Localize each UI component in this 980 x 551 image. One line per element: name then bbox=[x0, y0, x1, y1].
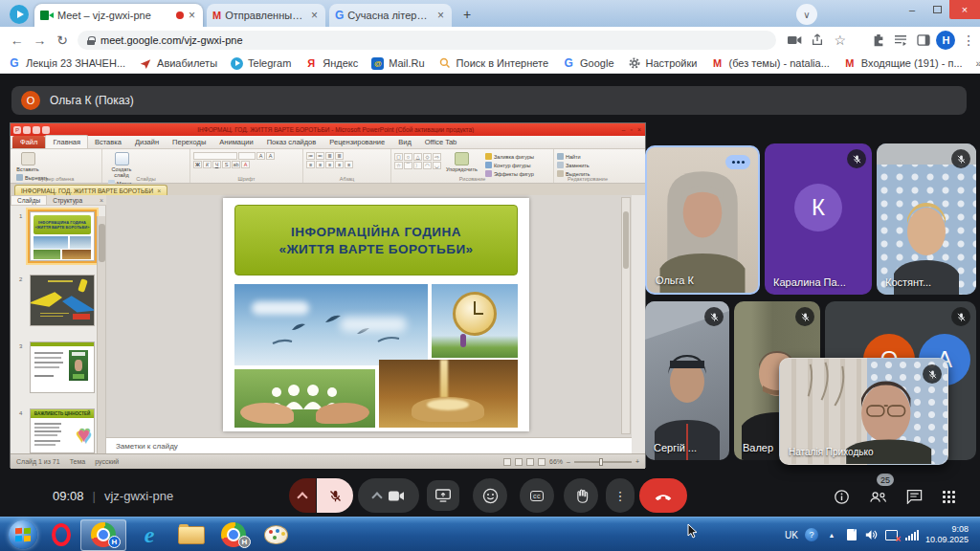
slide-thumbnail-4[interactable]: ВАЖЛИВІСТЬ ЦІННОСТЕЙ ♥ bbox=[30, 408, 95, 453]
zoom-slider[interactable] bbox=[574, 461, 632, 463]
paste-button[interactable]: Вставить bbox=[13, 152, 42, 172]
slide-thumbnail-2[interactable] bbox=[30, 275, 95, 326]
new-tab-button[interactable]: + bbox=[457, 5, 477, 24]
camera-options-chevron[interactable] bbox=[371, 492, 382, 502]
ppt-tab-animations[interactable]: Анимации bbox=[212, 136, 259, 148]
bookmark-item[interactable]: Поиск в Интернете bbox=[438, 56, 548, 70]
ppt-tab-officetab[interactable]: Office Tab bbox=[418, 136, 464, 148]
new-slide-button[interactable]: Создать слайд bbox=[105, 152, 138, 178]
camera-button[interactable] bbox=[358, 478, 419, 513]
participant-tile-serhii[interactable]: Сергій ... bbox=[645, 301, 729, 460]
taskbar-opera[interactable] bbox=[42, 520, 80, 549]
reactions-button[interactable] bbox=[473, 478, 507, 513]
volume-icon[interactable] bbox=[865, 528, 879, 541]
thumbnails-scrollbar[interactable] bbox=[97, 216, 105, 464]
slide-page[interactable]: ІНФОРМАЦІЙНА ГОДИНА «ЖИТТЯ ВАРТЕ БОРОТЬБ… bbox=[223, 198, 529, 431]
view-reading-icon[interactable] bbox=[526, 458, 534, 466]
participant-tile-olga[interactable]: Ольга К bbox=[645, 145, 760, 295]
bookmark-item[interactable]: ЯЯндекс bbox=[304, 56, 358, 70]
extensions-puzzle-icon[interactable] bbox=[867, 29, 890, 52]
doc-tab-close-icon[interactable]: × bbox=[157, 187, 161, 194]
arrange-button[interactable]: Упорядочить bbox=[445, 152, 478, 172]
captions-button[interactable]: cc bbox=[520, 478, 554, 513]
ppt-tab-view[interactable]: Вид bbox=[391, 136, 418, 148]
ppt-tab-review[interactable]: Рецензирование bbox=[323, 136, 391, 148]
taskbar-chrome-2[interactable]: H bbox=[214, 520, 253, 549]
chat-button[interactable] bbox=[902, 484, 926, 509]
ppt-tab-slideshow[interactable]: Показ слайдов bbox=[260, 136, 323, 148]
zoom-out-icon[interactable]: – bbox=[567, 458, 570, 465]
tab-gmail[interactable]: M Отправленные - nataliaprihodk × bbox=[207, 4, 325, 27]
pinned-tab-telegram[interactable] bbox=[10, 5, 29, 24]
zoom-in-icon[interactable]: + bbox=[635, 458, 639, 465]
tab-google-doc[interactable]: G Сучасна література з основ інк × bbox=[329, 4, 452, 27]
quick-access-toolbar[interactable]: P bbox=[13, 126, 50, 134]
bookmark-item[interactable]: MВходящие (191) - п... bbox=[843, 56, 963, 70]
language-indicator[interactable]: UK bbox=[785, 530, 798, 540]
forward-icon[interactable]: → bbox=[29, 33, 52, 48]
find-button[interactable]: Найти bbox=[557, 153, 590, 160]
activities-button[interactable] bbox=[936, 484, 961, 509]
view-normal-icon[interactable] bbox=[503, 458, 511, 466]
tab-close-icon[interactable]: × bbox=[309, 9, 320, 22]
self-view-tile-natalia[interactable]: Наталія Приходько bbox=[779, 358, 948, 465]
signal-icon[interactable] bbox=[905, 528, 919, 541]
pane-tab-outline[interactable]: Структура bbox=[47, 196, 88, 205]
participant-tile-kostiantyn[interactable]: Костянт... bbox=[877, 143, 976, 295]
profile-avatar[interactable]: H bbox=[935, 29, 958, 52]
browser-menu-icon[interactable]: ⋮ bbox=[957, 29, 980, 52]
bookmark-item[interactable]: Настройки bbox=[628, 56, 698, 70]
slide-thumbnail-3[interactable] bbox=[30, 342, 95, 393]
back-icon[interactable]: ← bbox=[6, 33, 29, 48]
pane-tab-slides[interactable]: Слайды bbox=[11, 195, 47, 205]
people-button[interactable] bbox=[865, 484, 890, 509]
ppt-tab-insert[interactable]: Вставка bbox=[88, 136, 128, 148]
slide-thumbnail-1[interactable]: ІНФОРМАЦІЙНА ГОДИНА «ЖИТТЯ ВАРТЕ БОРОТЬБ… bbox=[30, 211, 95, 261]
bookmark-item[interactable]: M(без темы) - natalia... bbox=[710, 56, 829, 70]
share-icon[interactable] bbox=[806, 29, 829, 52]
tab-close-icon[interactable]: × bbox=[435, 9, 446, 22]
notes-panel[interactable]: Заметки к слайду bbox=[106, 437, 632, 453]
window-close-button[interactable]: × bbox=[949, 0, 980, 19]
tab-close-icon[interactable]: × bbox=[187, 9, 197, 22]
taskbar-file-explorer[interactable] bbox=[172, 520, 211, 549]
participant-tile-karalina[interactable]: К Каралина Па... bbox=[765, 143, 872, 295]
tab-search-chevron-icon[interactable]: ∨ bbox=[796, 4, 817, 25]
media-controls-icon[interactable] bbox=[889, 29, 912, 52]
tile-menu-icon[interactable] bbox=[725, 155, 750, 169]
show-hidden-icons[interactable]: ▲ bbox=[825, 528, 838, 541]
shape-outline-button[interactable]: Контур фигуры bbox=[485, 162, 534, 168]
ppt-tab-file[interactable]: Файл bbox=[12, 136, 45, 148]
pane-close-icon[interactable]: × bbox=[100, 197, 103, 204]
bookmarks-overflow-icon[interactable]: » bbox=[976, 57, 980, 69]
bookmark-item[interactable]: Telegram bbox=[231, 57, 291, 70]
ppt-tab-transitions[interactable]: Переходы bbox=[166, 136, 212, 148]
end-call-button[interactable] bbox=[639, 478, 687, 513]
bookmark-star-icon[interactable]: ☆ bbox=[829, 29, 852, 52]
slide-scrollbar[interactable] bbox=[621, 197, 631, 434]
view-slideshow-icon[interactable] bbox=[538, 458, 546, 466]
taskbar-chrome-active[interactable]: H bbox=[84, 520, 122, 549]
action-center-icon[interactable] bbox=[845, 528, 858, 541]
window-maximize-button[interactable] bbox=[924, 0, 949, 19]
help-tray-icon[interactable]: ? bbox=[805, 528, 818, 541]
replace-button[interactable]: Заменить bbox=[557, 162, 590, 168]
window-minimize-button[interactable]: – bbox=[900, 0, 924, 19]
url-input[interactable]: meet.google.com/vjz-gwxi-pne bbox=[78, 31, 776, 50]
document-tab[interactable]: ІНФОРМАЦ. ГОД. ЖИТТЯ ВАРТЕ БОРОТЬБИ× bbox=[14, 185, 167, 195]
taskbar-paint[interactable] bbox=[256, 520, 295, 549]
reload-icon[interactable]: ↻ bbox=[51, 33, 74, 48]
present-button[interactable] bbox=[427, 480, 459, 511]
tab-camera-icon[interactable] bbox=[784, 29, 807, 52]
side-panel-icon[interactable] bbox=[912, 29, 935, 52]
taskbar-clock[interactable]: 9:08 10.09.2025 bbox=[925, 524, 972, 545]
bookmark-item[interactable]: @Mail.Ru bbox=[371, 57, 424, 70]
mic-mute-button[interactable] bbox=[317, 478, 353, 513]
bookmark-item[interactable]: GЛекція 23 ЗНАЧЕН... bbox=[8, 56, 125, 70]
meeting-details-button[interactable] bbox=[829, 484, 854, 509]
bookmark-item[interactable]: Авиабилеты bbox=[139, 56, 217, 70]
taskbar-internet-explorer[interactable]: e bbox=[130, 520, 168, 549]
bookmark-item[interactable]: GGoogle bbox=[562, 56, 613, 70]
ppt-tab-home[interactable]: Главная bbox=[45, 135, 88, 148]
start-button[interactable] bbox=[4, 520, 42, 549]
